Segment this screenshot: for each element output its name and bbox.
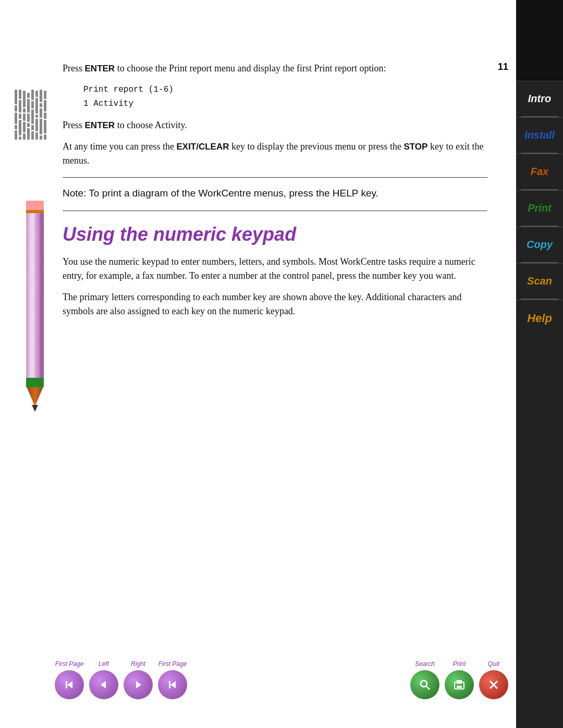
nav-print-button[interactable] (445, 670, 474, 699)
para3-bold1: EXIT/CLEAR (176, 142, 229, 152)
nav-search-label: Search (415, 660, 435, 668)
body-paragraph-2: The primary letters corresponding to eac… (63, 290, 487, 318)
para3-bold2: STOP (403, 142, 427, 152)
para1-bold: ENTER (85, 64, 115, 73)
nav-right-group: Right (124, 660, 153, 699)
sidebar-label-help: Help (527, 312, 552, 325)
svg-marker-12 (170, 681, 176, 688)
svg-line-15 (426, 686, 430, 690)
section-rule-1 (63, 177, 487, 178)
svg-rect-13 (169, 681, 170, 688)
svg-rect-6 (26, 378, 44, 387)
nav-print-label: Print (453, 660, 466, 668)
nav-right-label: Right (131, 660, 145, 668)
sidebar-item-print[interactable]: Print (516, 190, 563, 226)
paragraph-1: Press ENTER to choose the Print report m… (63, 61, 487, 76)
nav-first-page-group: First Page (55, 660, 84, 699)
nav-first-page-button[interactable] (55, 670, 84, 699)
svg-marker-5 (26, 386, 44, 406)
main-content: Press ENTER to choose the Print report m… (0, 0, 516, 347)
para3-pre: At any time you can press the (63, 141, 176, 152)
svg-rect-18 (457, 686, 462, 688)
nav-left-group: Left (89, 660, 118, 699)
svg-marker-11 (136, 681, 141, 688)
nav-first-page-label: First Page (55, 660, 84, 668)
para1-pre: Press (63, 63, 85, 73)
sidebar-top-block (516, 0, 563, 81)
code-line-1: Print report (1-6) (83, 83, 487, 97)
nav-quit-button[interactable] (479, 670, 508, 699)
nav-left-label: Left (99, 660, 109, 668)
nav-left-button[interactable] (89, 670, 118, 699)
sidebar-label-copy: Copy (527, 239, 553, 251)
para3-mid: key to display the previous menu or pres… (229, 141, 404, 152)
para1-post: to choose the Print report menu and disp… (115, 63, 386, 73)
nav-search-button[interactable] (410, 670, 439, 699)
nav-print-group: Print (445, 660, 474, 699)
nav-quit-group: Quit (479, 660, 508, 699)
svg-marker-8 (67, 681, 72, 688)
note-paragraph: Note: To print a diagram of the WorkCent… (63, 186, 487, 201)
para2-pre: Press (63, 120, 85, 130)
nav-first-page2-button[interactable] (158, 670, 187, 699)
svg-point-14 (421, 681, 427, 687)
section-rule-2 (63, 211, 487, 211)
nav-quit-label: Quit (488, 660, 499, 668)
para2-bold: ENTER (85, 120, 115, 130)
sidebar-item-fax[interactable]: Fax (516, 154, 563, 189)
sidebar-label-scan: Scan (527, 275, 552, 287)
sidebar-item-help[interactable]: Help (516, 300, 563, 337)
sidebar-label-intro: Intro (528, 93, 551, 105)
sidebar-label-fax: Fax (531, 166, 548, 178)
sidebar-item-copy[interactable]: Copy (516, 227, 563, 262)
svg-rect-9 (66, 681, 67, 688)
sidebar-label-install: Install (524, 129, 555, 141)
paragraph-3: At any time you can press the EXIT/CLEAR… (63, 140, 487, 168)
nav-first-page2-label: First Page (158, 660, 187, 668)
body-paragraph-1: You use the numeric keypad to enter numb… (63, 255, 487, 283)
sidebar-item-install[interactable]: Install (516, 117, 563, 153)
sidebar-label-print: Print (528, 202, 552, 214)
nav-bar: First Page Left Right First Page (55, 660, 508, 699)
sidebar-item-scan[interactable]: Scan (516, 263, 563, 299)
paragraph-2: Press ENTER to choose Activity. (63, 118, 487, 132)
sidebar-item-intro[interactable]: Intro (516, 81, 563, 116)
nav-right-button[interactable] (124, 670, 153, 699)
code-block: Print report (1-6) 1 Activity (83, 83, 487, 111)
svg-rect-17 (457, 680, 462, 684)
svg-marker-7 (32, 405, 38, 412)
nav-search-group: Search (410, 660, 439, 699)
code-line-2: 1 Activity (83, 97, 487, 111)
section-heading: Using the numeric keypad (63, 224, 487, 245)
para2-post: to choose Activity. (115, 120, 187, 130)
nav-first-page2-group: First Page (158, 660, 187, 699)
sidebar: Intro Install Fax Print Copy Scan Help (516, 0, 563, 728)
svg-marker-10 (101, 681, 106, 688)
